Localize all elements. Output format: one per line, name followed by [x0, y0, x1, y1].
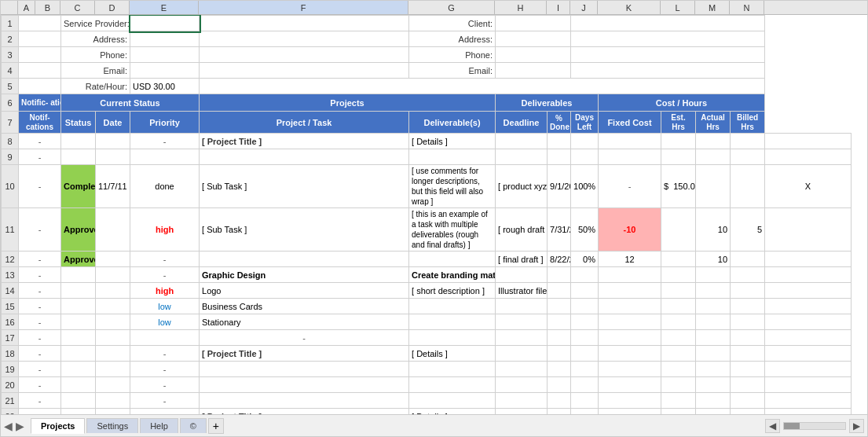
col-b[interactable]: B [35, 1, 60, 14]
deadline-13 [548, 267, 571, 283]
project-task-11[interactable]: [ Sub Task ] [200, 208, 409, 252]
actual-hrs-12 [731, 252, 765, 267]
data-row-19: 19 - - [2, 362, 852, 377]
notif-15: - [19, 299, 61, 314]
service-provider-value[interactable] [130, 16, 200, 31]
email-client-value[interactable] [496, 63, 571, 79]
status-completed: Completed [61, 165, 96, 208]
deadline-17 [548, 330, 571, 346]
rate-value[interactable]: USD 30.00 [130, 79, 200, 94]
col-j[interactable]: J [570, 1, 598, 14]
priority-high-2: high [130, 283, 200, 299]
row-num-9: 9 [2, 149, 19, 165]
notifications-section-header: Notific- ations [19, 94, 61, 112]
tab-help[interactable]: Help [140, 418, 178, 433]
deliverables-14[interactable]: Illustrator file, .png, .gif [496, 283, 548, 299]
status-approved-2: Approved [61, 252, 96, 267]
description-14[interactable]: [ short description ] [409, 283, 496, 299]
status-22 [61, 409, 96, 415]
col-k[interactable]: K [598, 1, 661, 14]
tab-settings[interactable]: Settings [86, 418, 138, 433]
rate-label: Rate/Hour: [61, 79, 130, 94]
col-n[interactable]: N [730, 1, 764, 14]
deliverables-12[interactable]: [ final draft ] [496, 252, 548, 267]
priority-done: done [130, 165, 200, 208]
address-client-value[interactable] [496, 31, 571, 47]
project-task-18[interactable]: [ Project Title ] [200, 346, 409, 362]
project-task-17: - [200, 330, 409, 346]
tab-projects[interactable]: Projects [31, 418, 85, 434]
pct-done-14 [571, 283, 599, 299]
address-client-label: Address: [409, 31, 496, 47]
col-i[interactable]: I [547, 1, 570, 14]
project-task-8[interactable]: [ Project Title ] [200, 134, 409, 149]
section-header-row: 6 Notific- ations Current Status Project… [2, 94, 852, 112]
col-f[interactable]: F [199, 1, 408, 14]
billed-hrs-16 [765, 314, 852, 330]
info-row-3: 3 Phone: Phone: [2, 47, 852, 63]
notif-19: - [19, 362, 61, 377]
actual-hrs-8 [731, 134, 765, 149]
scroll-left-icon[interactable]: ◀ [765, 419, 780, 433]
fixed-cost-10: $ 150.00 [661, 165, 696, 208]
sheet-nav-right[interactable]: ▶ [16, 420, 24, 432]
email-value[interactable] [130, 63, 200, 79]
data-row-business-cards: 15 - low Business Cards [2, 299, 852, 314]
fixed-cost-17 [661, 330, 696, 346]
pct-done-11: 50% [571, 208, 599, 252]
pct-done-12: 0% [571, 252, 599, 267]
deliverables-10[interactable]: [ product xyz installation ] [496, 165, 548, 208]
notif-11: - [19, 208, 61, 252]
deliverables-13 [496, 267, 548, 283]
row-num-13: 13 [2, 267, 19, 283]
project-task-10[interactable]: [ Sub Task ] [200, 165, 409, 208]
col-l[interactable]: L [661, 1, 695, 14]
project-task-14[interactable]: Logo [200, 283, 409, 299]
col-days-left-label: DaysLeft [571, 112, 599, 134]
fixed-cost-12 [661, 252, 696, 267]
est-hrs-22 [696, 409, 731, 415]
description-13[interactable]: Create branding materials [409, 267, 496, 283]
col-deadline-label: Deadline [496, 112, 548, 134]
col-m[interactable]: M [695, 1, 730, 14]
description-8[interactable]: [ Details ] [409, 134, 496, 149]
scroll-right-icon[interactable]: ▶ [849, 419, 864, 433]
data-row-logo: 14 - high Logo [ short description ] Ill… [2, 283, 852, 299]
status-16 [61, 314, 96, 330]
deliverables-11[interactable]: [ rough draft ] [496, 208, 548, 252]
description-11[interactable]: [ this is an example of a task with mult… [409, 208, 496, 252]
notif-22: - [19, 409, 61, 415]
col-g[interactable]: G [408, 1, 495, 14]
col-h[interactable]: H [495, 1, 547, 14]
notif-20: - [19, 377, 61, 393]
phone-client-value[interactable] [496, 47, 571, 63]
date-15 [96, 299, 130, 314]
project-task-13[interactable]: Graphic Design [200, 267, 409, 283]
add-sheet-button[interactable]: + [208, 418, 224, 434]
project-task-16[interactable]: Stationary [200, 314, 409, 330]
priority-19: - [130, 362, 200, 377]
projects-section-header: Projects [200, 94, 496, 112]
col-a[interactable]: A [18, 1, 35, 14]
col-e[interactable]: E [130, 1, 199, 14]
days-left-10: - [599, 165, 661, 208]
date-22 [96, 409, 130, 415]
column-headers: A B C D E F G H I J K L M N [1, 1, 867, 15]
col-d[interactable]: D [95, 1, 130, 14]
description-10[interactable]: [ use comments for longer descriptions, … [409, 165, 496, 208]
col-c[interactable]: C [60, 1, 95, 14]
actual-hrs-14 [731, 283, 765, 299]
days-left-16 [599, 314, 661, 330]
client-value[interactable] [496, 16, 571, 31]
description-22[interactable]: [ Details ] [409, 409, 496, 415]
address-value[interactable] [130, 31, 200, 47]
project-task-15[interactable]: Business Cards [200, 299, 409, 314]
fixed-cost-18 [661, 346, 696, 362]
phone-value[interactable] [130, 47, 200, 63]
project-task-22[interactable]: [ Project Title ] [200, 409, 409, 415]
row-num-20: 20 [2, 377, 19, 393]
sheet-nav-left[interactable]: ◀ [4, 420, 13, 432]
est-hrs-12: 10 [696, 252, 731, 267]
description-18[interactable]: [ Details ] [409, 346, 496, 362]
tab-copyright[interactable]: © [180, 418, 207, 433]
